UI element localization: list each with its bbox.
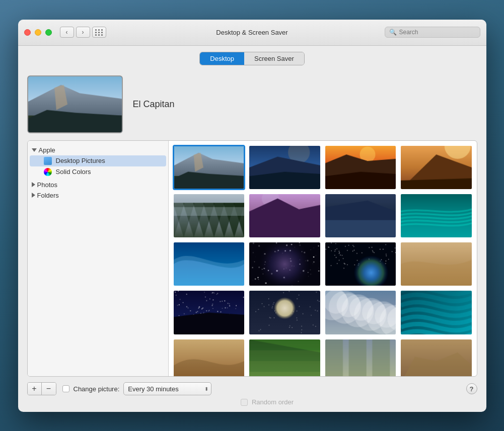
wallpaper-thumbnail <box>174 339 245 376</box>
wallpaper-thumbnail <box>174 291 245 334</box>
wallpaper-grid <box>173 145 473 376</box>
minimize-button[interactable] <box>35 29 41 36</box>
chevron-right-icon-2 <box>32 193 35 198</box>
wallpaper-cell[interactable] <box>248 290 321 335</box>
change-picture-row: Change picture: Every 30 minutes Every 5… <box>62 382 212 395</box>
sidebar-group-label-folders: Folders <box>37 192 59 199</box>
wallpaper-cell[interactable] <box>400 241 473 287</box>
tab-screen-saver[interactable]: Screen Saver <box>244 52 304 65</box>
chevron-right-icon <box>32 182 35 187</box>
wallpaper-cell[interactable] <box>400 193 473 238</box>
wallpaper-cell[interactable] <box>173 145 246 190</box>
wallpaper-cell[interactable] <box>324 241 397 287</box>
remove-button[interactable]: − <box>42 383 56 395</box>
maximize-button[interactable] <box>45 29 52 36</box>
interval-select[interactable]: Every 30 minutes Every 5 minutes Every h… <box>123 382 211 395</box>
bottom-bar: + − Change picture: Every 30 minutes Eve… <box>18 377 486 412</box>
sidebar-item-label-solid-colors: Solid Colors <box>56 168 91 176</box>
wallpaper-cell[interactable] <box>173 241 246 287</box>
change-picture-checkbox[interactable] <box>62 385 69 392</box>
chevron-down-icon <box>32 148 37 152</box>
wallpaper-thumbnail <box>325 242 396 286</box>
tab-group: Desktop Screen Saver <box>199 52 304 65</box>
wallpaper-cell[interactable] <box>248 338 321 376</box>
wallpaper-cell[interactable] <box>173 290 246 335</box>
wallpaper-thumbnail <box>249 194 320 237</box>
title-bar: ‹ › Desktop & Screen Saver 🔍 <box>18 20 486 46</box>
window-title: Desktop & Screen Saver <box>216 29 287 36</box>
wallpaper-cell[interactable] <box>173 193 246 238</box>
random-order-label: Random order <box>252 398 294 406</box>
wallpaper-thumbnail <box>401 242 472 286</box>
main-content: El Capitan Apple Desktop Pictures Solid … <box>18 70 486 377</box>
search-input[interactable] <box>399 29 476 36</box>
wallpaper-cell[interactable] <box>324 145 397 190</box>
wallpaper-thumbnail <box>401 146 472 189</box>
help-button[interactable]: ? <box>466 383 477 394</box>
wallpaper-cell[interactable] <box>400 290 473 335</box>
wallpaper-cell[interactable] <box>324 193 397 238</box>
search-icon: 🔍 <box>389 29 397 36</box>
preview-area: El Capitan <box>27 70 477 140</box>
tab-bar: Desktop Screen Saver <box>18 46 486 70</box>
sidebar-group-label-apple: Apple <box>39 146 55 154</box>
folder-icon <box>44 157 52 165</box>
tab-desktop[interactable]: Desktop <box>200 52 244 65</box>
wallpaper-cell[interactable] <box>248 145 321 190</box>
add-button[interactable]: + <box>28 383 42 395</box>
traffic-lights <box>24 29 52 36</box>
wallpaper-cell[interactable] <box>400 145 473 190</box>
close-button[interactable] <box>24 29 31 36</box>
preview-thumbnail <box>27 75 123 133</box>
sidebar-group-folders[interactable]: Folders <box>28 190 168 201</box>
wallpaper-cell[interactable] <box>248 241 321 287</box>
random-order-checkbox[interactable] <box>241 399 248 406</box>
wallpaper-cell[interactable] <box>248 193 321 238</box>
wallpaper-thumbnail <box>325 194 396 237</box>
wallpaper-thumbnail <box>325 291 396 334</box>
wallpaper-thumbnail <box>174 242 245 286</box>
color-wheel-icon <box>44 168 52 176</box>
change-picture-label: Change picture: <box>74 385 120 393</box>
wallpaper-thumbnail <box>249 291 320 334</box>
wallpaper-thumbnail <box>325 146 396 189</box>
search-box[interactable]: 🔍 <box>385 27 480 38</box>
forward-button[interactable]: › <box>76 27 90 38</box>
preview-name: El Capitan <box>133 99 175 110</box>
grid-icon <box>95 29 103 36</box>
wallpaper-grid-container[interactable] <box>169 141 477 376</box>
wallpaper-thumbnail <box>325 339 396 376</box>
sidebar-group-label-photos: Photos <box>37 181 57 189</box>
sidebar: Apple Desktop Pictures Solid Colors Phot… <box>28 141 169 376</box>
sidebar-item-desktop-pictures[interactable]: Desktop Pictures <box>30 155 166 166</box>
content-panel: Apple Desktop Pictures Solid Colors Phot… <box>27 140 477 377</box>
grid-view-button[interactable] <box>92 27 106 38</box>
sidebar-group-apple[interactable]: Apple <box>28 145 168 155</box>
sidebar-item-label-desktop-pictures: Desktop Pictures <box>56 157 105 164</box>
wallpaper-cell[interactable] <box>400 338 473 376</box>
back-button[interactable]: ‹ <box>60 27 74 38</box>
nav-buttons: ‹ › <box>60 27 90 38</box>
interval-select-wrapper: Every 30 minutes Every 5 minutes Every h… <box>123 382 211 395</box>
wallpaper-cell[interactable] <box>324 338 397 376</box>
wallpaper-thumbnail <box>249 339 320 376</box>
wallpaper-thumbnail <box>401 291 472 334</box>
wallpaper-thumbnail <box>174 194 245 237</box>
sidebar-item-solid-colors[interactable]: Solid Colors <box>30 166 166 178</box>
preview-canvas <box>28 76 122 132</box>
wallpaper-cell[interactable] <box>324 290 397 335</box>
add-remove-buttons: + − <box>27 382 56 395</box>
wallpaper-thumbnail <box>249 146 320 189</box>
wallpaper-thumbnail <box>401 194 472 237</box>
sidebar-group-photos[interactable]: Photos <box>28 180 168 190</box>
wallpaper-thumbnail <box>249 242 320 286</box>
wallpaper-thumbnail <box>174 146 244 189</box>
main-window: ‹ › Desktop & Screen Saver 🔍 Desktop Scr… <box>18 20 486 412</box>
wallpaper-thumbnail <box>401 339 472 376</box>
wallpaper-cell[interactable] <box>173 338 246 376</box>
